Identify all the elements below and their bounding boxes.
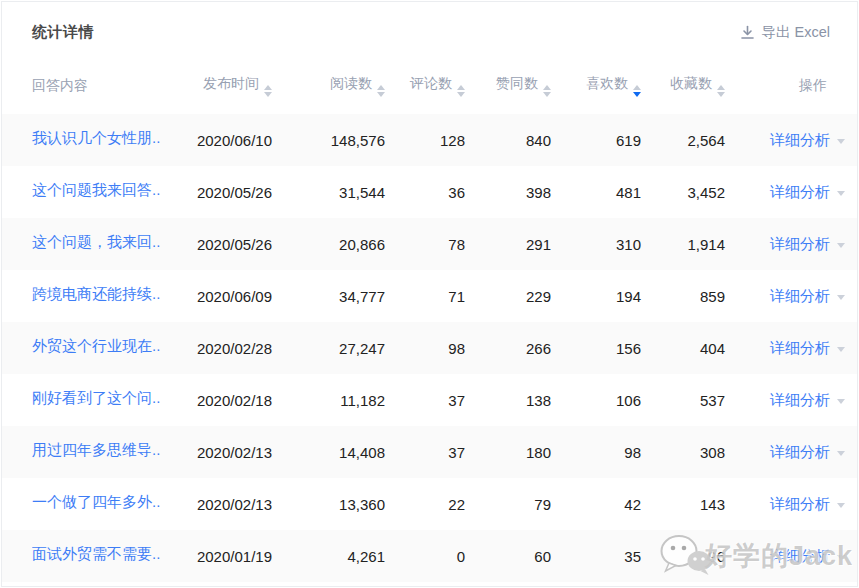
table-header-row: 回答内容 发布时间 阅读数 评论数 赞同数 喜欢数 收藏数 (2, 58, 857, 114)
sort-carets-icon (633, 85, 641, 97)
favorites-cell: 2,564 (641, 114, 725, 166)
card-header: 统计详情 导出 Excel (2, 2, 857, 58)
publish-date-cell: 2020/01/19 (160, 530, 272, 582)
favorites-cell: 537 (641, 374, 725, 426)
dropdown-caret-icon (837, 243, 845, 248)
reads-cell: 20,866 (272, 218, 385, 270)
favorites-cell: 3,452 (641, 166, 725, 218)
table-row: 这个问题，我来回... 2020/05/26 20,866 78 291 310… (2, 218, 857, 270)
table-row: 这个问题我来回答... 2020/05/26 31,544 36 398 481… (2, 166, 857, 218)
agrees-cell: 180 (465, 426, 551, 478)
publish-date-cell: 2020/02/13 (160, 478, 272, 530)
col-header-likes[interactable]: 喜欢数 (551, 58, 641, 114)
statistics-table: 回答内容 发布时间 阅读数 评论数 赞同数 喜欢数 收藏数 (2, 58, 857, 582)
sort-carets-icon (543, 85, 551, 97)
likes-cell: 481 (551, 166, 641, 218)
reads-cell: 34,777 (272, 270, 385, 322)
reads-cell: 31,544 (272, 166, 385, 218)
answer-content-link[interactable]: 跨境电商还能持续... (32, 285, 160, 304)
publish-date-cell: 2020/05/26 (160, 218, 272, 270)
dropdown-caret-icon (837, 139, 845, 144)
reads-cell: 148,576 (272, 114, 385, 166)
comments-cell: 71 (385, 270, 465, 322)
likes-cell: 310 (551, 218, 641, 270)
reads-cell: 13,360 (272, 478, 385, 530)
agrees-cell: 266 (465, 322, 551, 374)
comments-cell: 22 (385, 478, 465, 530)
publish-date-cell: 2020/06/09 (160, 270, 272, 322)
reads-cell: 11,182 (272, 374, 385, 426)
likes-cell: 194 (551, 270, 641, 322)
col-header-agrees[interactable]: 赞同数 (465, 58, 551, 114)
col-header-comments[interactable]: 评论数 (385, 58, 465, 114)
table-row: 面试外贸需不需要... 2020/01/19 4,261 0 60 35 96 … (2, 530, 857, 582)
likes-cell: 619 (551, 114, 641, 166)
table-row: 我认识几个女性朋... 2020/06/10 148,576 128 840 6… (2, 114, 857, 166)
comments-cell: 0 (385, 530, 465, 582)
sort-carets-icon (717, 85, 725, 97)
page-title: 统计详情 (32, 23, 94, 42)
sort-carets-icon (457, 85, 465, 97)
likes-cell: 42 (551, 478, 641, 530)
favorites-cell: 308 (641, 426, 725, 478)
agrees-cell: 138 (465, 374, 551, 426)
detail-analysis-link[interactable]: 详细分析 (770, 339, 845, 356)
favorites-cell: 1,914 (641, 218, 725, 270)
dropdown-caret-icon (837, 399, 845, 404)
col-header-answer-content: 回答内容 (2, 58, 160, 114)
favorites-cell: 96 (641, 530, 725, 582)
publish-date-cell: 2020/06/10 (160, 114, 272, 166)
col-header-favorites[interactable]: 收藏数 (641, 58, 725, 114)
detail-analysis-link[interactable]: 详细分析 (770, 183, 845, 200)
detail-analysis-link[interactable]: 详细分析 (770, 287, 845, 304)
publish-date-cell: 2020/02/28 (160, 322, 272, 374)
export-excel-button[interactable]: 导出 Excel (740, 23, 831, 42)
dropdown-caret-icon (837, 555, 845, 560)
table-row: 刚好看到了这个问... 2020/02/18 11,182 37 138 106… (2, 374, 857, 426)
answer-content-link[interactable]: 外贸这个行业现在... (32, 337, 160, 356)
comments-cell: 98 (385, 322, 465, 374)
detail-analysis-link[interactable]: 详细分析 (770, 131, 845, 148)
detail-analysis-link[interactable]: 详细分析 (770, 495, 845, 512)
dropdown-caret-icon (837, 191, 845, 196)
answer-content-link[interactable]: 面试外贸需不需要... (32, 545, 160, 564)
detail-analysis-link[interactable]: 详细分析 (770, 547, 845, 564)
col-header-reads[interactable]: 阅读数 (272, 58, 385, 114)
dropdown-caret-icon (837, 451, 845, 456)
comments-cell: 78 (385, 218, 465, 270)
col-header-publish-time[interactable]: 发布时间 (160, 58, 272, 114)
agrees-cell: 840 (465, 114, 551, 166)
answer-content-link[interactable]: 刚好看到了这个问... (32, 389, 160, 408)
table-row: 外贸这个行业现在... 2020/02/28 27,247 98 266 156… (2, 322, 857, 374)
reads-cell: 4,261 (272, 530, 385, 582)
detail-analysis-link[interactable]: 详细分析 (770, 235, 845, 252)
comments-cell: 37 (385, 426, 465, 478)
agrees-cell: 79 (465, 478, 551, 530)
favorites-cell: 404 (641, 322, 725, 374)
agrees-cell: 398 (465, 166, 551, 218)
reads-cell: 14,408 (272, 426, 385, 478)
comments-cell: 36 (385, 166, 465, 218)
likes-cell: 98 (551, 426, 641, 478)
dropdown-caret-icon (837, 503, 845, 508)
table-row: 跨境电商还能持续... 2020/06/09 34,777 71 229 194… (2, 270, 857, 322)
publish-date-cell: 2020/02/13 (160, 426, 272, 478)
detail-analysis-link[interactable]: 详细分析 (770, 443, 845, 460)
sort-carets-icon (264, 85, 272, 97)
dropdown-caret-icon (837, 347, 845, 352)
answer-content-link[interactable]: 我认识几个女性朋... (32, 129, 160, 148)
answer-content-link[interactable]: 这个问题我来回答... (32, 181, 160, 200)
answer-content-link[interactable]: 用过四年多思维导... (32, 441, 160, 460)
publish-date-cell: 2020/05/26 (160, 166, 272, 218)
table-row: 用过四年多思维导... 2020/02/13 14,408 37 180 98 … (2, 426, 857, 478)
agrees-cell: 229 (465, 270, 551, 322)
comments-cell: 128 (385, 114, 465, 166)
sort-carets-icon (377, 85, 385, 97)
answer-content-link[interactable]: 这个问题，我来回... (32, 233, 160, 252)
likes-cell: 106 (551, 374, 641, 426)
agrees-cell: 60 (465, 530, 551, 582)
detail-analysis-link[interactable]: 详细分析 (770, 391, 845, 408)
export-excel-label: 导出 Excel (762, 23, 831, 42)
answer-content-link[interactable]: 一个做了四年多外... (32, 493, 160, 512)
publish-date-cell: 2020/02/18 (160, 374, 272, 426)
